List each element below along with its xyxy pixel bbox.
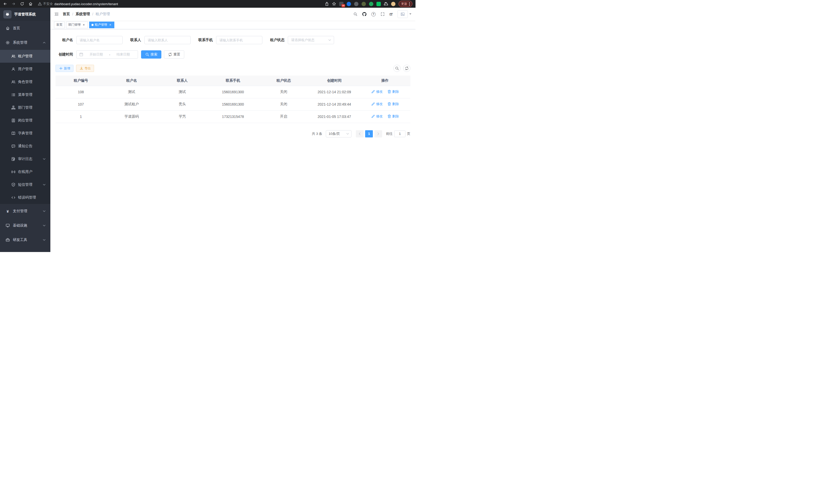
sidebar-item-notice[interactable]: 通知公告	[0, 140, 50, 153]
sidebar-item-error-code[interactable]: 错误码管理	[0, 191, 50, 204]
help-icon[interactable]: ?	[371, 12, 376, 17]
cell-actions: 修改 删除	[360, 111, 410, 123]
tab-tenant[interactable]: 租户管理 ×	[89, 22, 114, 28]
toolbox-icon	[6, 238, 10, 242]
security-label: 不安全	[43, 2, 53, 6]
sidebar-toggle-button[interactable]	[55, 12, 59, 16]
forward-icon[interactable]	[11, 2, 16, 6]
address-bar[interactable]: 不安全 dashboard.yudao.iocoder.cn/system/te…	[38, 2, 325, 6]
back-icon[interactable]	[3, 2, 7, 6]
tab-close-icon[interactable]: ×	[82, 23, 86, 27]
extension-icon-chat[interactable]	[376, 2, 381, 6]
reset-button[interactable]: 重置	[164, 50, 184, 59]
bookmark-star-icon[interactable]	[332, 2, 336, 6]
user-group-icon	[11, 80, 16, 84]
sidebar-item-post[interactable]: 岗位管理	[0, 114, 50, 127]
table-row: 107 测试租户 秃头 15601691300 关闭 2021-12-14 20…	[56, 98, 410, 111]
extension-icon-adblock[interactable]: 10	[339, 2, 344, 6]
delete-button[interactable]: 删除	[387, 114, 399, 119]
fullscreen-icon[interactable]	[380, 12, 385, 16]
sidebar-item-user[interactable]: 用户管理	[0, 63, 50, 76]
tab-dept[interactable]: 部门管理 ×	[66, 22, 88, 28]
list-icon	[11, 93, 16, 97]
update-button[interactable]: 更新	[399, 1, 412, 7]
home-browser-icon[interactable]	[29, 2, 33, 6]
toggle-search-button[interactable]	[393, 65, 401, 72]
cell-phone: 15601691300	[208, 98, 258, 111]
tab-home[interactable]: 首页	[54, 22, 65, 28]
extension-icon-gray[interactable]	[354, 2, 359, 6]
sidebar-item-infra[interactable]: 基础设施	[0, 218, 50, 233]
sidebar-menu: 首页 系统管理 租户管理 用户管理	[0, 21, 50, 252]
tenant-name-field: 租户名	[56, 36, 122, 44]
sidebar-item-dept[interactable]: 部门管理	[0, 101, 50, 114]
refresh-table-button[interactable]	[403, 65, 410, 72]
extensions-puzzle-icon[interactable]	[384, 2, 388, 6]
sidebar-item-menu[interactable]: 菜单管理	[0, 88, 50, 101]
prev-page-button[interactable]	[356, 130, 364, 138]
cell-tenant-id: 108	[56, 86, 106, 98]
next-page-button[interactable]	[374, 130, 382, 138]
browser-menu-icon[interactable]	[409, 2, 410, 6]
user-avatar-menu[interactable]	[398, 10, 411, 18]
edit-button[interactable]: 修改	[371, 114, 382, 119]
chevron-down-icon	[42, 238, 46, 242]
table-toolbar: 新增 导出	[56, 65, 410, 72]
chevron-down-icon	[42, 209, 46, 213]
delete-button[interactable]: 删除	[387, 89, 399, 94]
delete-button[interactable]: 删除	[387, 102, 399, 106]
extension-icon-olive[interactable]	[362, 2, 366, 6]
extension-icon-blue[interactable]	[347, 2, 351, 6]
contact-field: 联系人	[130, 36, 191, 44]
phone-input[interactable]	[216, 36, 262, 44]
sidebar-item-home[interactable]: 首页	[0, 21, 50, 35]
app-logo[interactable]: 芋道管理系统	[0, 8, 50, 21]
sidebar-item-payment[interactable]: ¥ 支付管理	[0, 204, 50, 218]
main: 首页 / 系统管理 / 租户管理 ? tT	[50, 8, 416, 252]
sidebar-item-audit-log[interactable]: 审计日志	[0, 153, 50, 166]
edit-button[interactable]: 修改	[371, 89, 382, 94]
sidebar-item-dev-tools[interactable]: 研发工具	[0, 233, 50, 247]
document-edit-icon	[11, 157, 16, 161]
contact-input[interactable]	[144, 36, 191, 44]
sidebar-item-dict[interactable]: 字典管理	[0, 127, 50, 140]
tenant-table: 租户编号 租户名 联系人 联系手机 租户状态 创建时间 操作 108 测试	[56, 76, 410, 123]
create-time-label: 创建时间	[56, 52, 76, 57]
page-size-select[interactable]: 10条/页	[326, 130, 351, 138]
share-icon[interactable]	[325, 2, 329, 6]
reload-icon[interactable]	[20, 2, 24, 6]
sidebar-item-online-user[interactable]: 在线用户	[0, 166, 50, 178]
status-field: 租户状态 请选择租户状态	[270, 36, 334, 44]
sidebar-item-role[interactable]: 角色管理	[0, 76, 50, 88]
phone-label: 联系手机	[198, 38, 216, 42]
goto-page-input[interactable]	[394, 130, 405, 137]
sidebar-item-sms[interactable]: 短信管理	[0, 178, 50, 191]
search-icon[interactable]	[353, 12, 357, 16]
extension-icon-green[interactable]	[369, 2, 373, 6]
users-icon	[11, 54, 16, 58]
page-content: 租户名 联系人 联系手机 租户状态	[50, 29, 416, 252]
font-size-icon[interactable]: tT	[390, 12, 393, 17]
tenant-name-input[interactable]	[76, 36, 122, 44]
chevron-down-icon	[42, 157, 46, 161]
browser-nav	[3, 2, 33, 6]
profile-avatar[interactable]	[391, 2, 396, 6]
tenant-status-select[interactable]: 请选择租户状态	[288, 36, 334, 44]
tab-close-icon[interactable]: ×	[109, 23, 112, 27]
add-button[interactable]: 新增	[56, 65, 74, 72]
export-button[interactable]: 导出	[76, 65, 94, 72]
edit-button[interactable]: 修改	[371, 102, 382, 106]
url-text: dashboard.yudao.iocoder.cn/system/tenant	[55, 2, 118, 6]
security-chip[interactable]: 不安全	[38, 2, 53, 6]
breadcrumb-system[interactable]: 系统管理	[76, 12, 90, 17]
refresh-icon	[168, 52, 172, 57]
column-header: 创建时间	[309, 76, 360, 86]
create-time-range-picker[interactable]: 开始日期 - 结束日期	[76, 50, 138, 59]
sidebar-item-system[interactable]: 系统管理	[0, 35, 50, 50]
search-button[interactable]: 搜索	[141, 50, 161, 59]
cell-status: 关闭	[258, 86, 309, 98]
sidebar-item-tenant[interactable]: 租户管理	[0, 50, 50, 63]
breadcrumb-home[interactable]: 首页	[63, 12, 70, 17]
github-icon[interactable]	[362, 12, 366, 16]
page-number-button[interactable]: 1	[365, 130, 373, 138]
